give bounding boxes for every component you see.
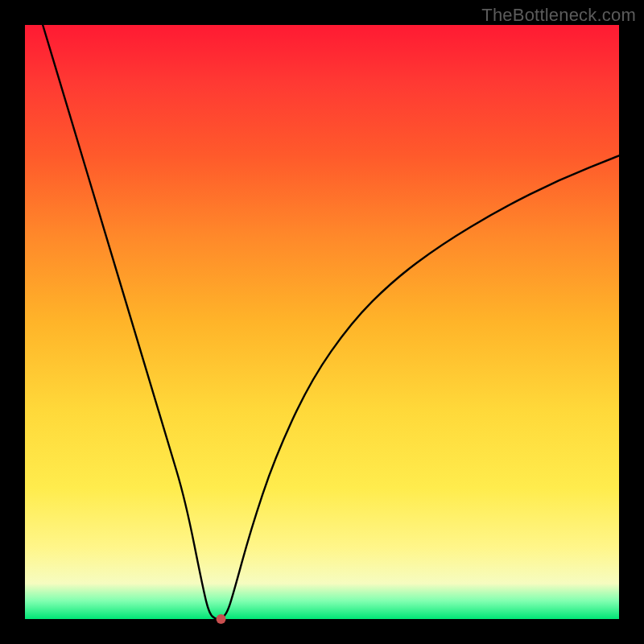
chart-frame: TheBottleneck.com [0,0,644,644]
optimum-marker [217,614,226,624]
bottleneck-curve-path [43,25,619,619]
chart-svg [25,25,619,619]
plot-area [25,25,619,619]
watermark-text: TheBottleneck.com [481,5,636,26]
